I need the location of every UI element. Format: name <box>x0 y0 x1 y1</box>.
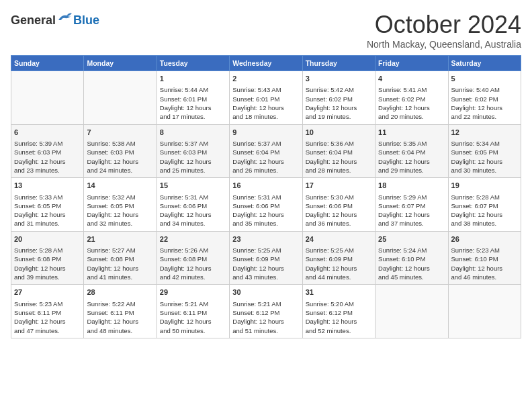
day-number: 14 <box>87 181 153 191</box>
day-info: Sunrise: 5:39 AM Sunset: 6:03 PM Dayligh… <box>14 139 81 175</box>
day-info: Sunrise: 5:41 AM Sunset: 6:02 PM Dayligh… <box>378 85 445 121</box>
calendar-week-row: 20Sunrise: 5:28 AM Sunset: 6:08 PM Dayli… <box>11 231 521 285</box>
day-of-week-header: Monday <box>84 56 157 71</box>
day-number: 3 <box>306 74 372 84</box>
logo-general-text: General <box>11 13 56 28</box>
day-number: 8 <box>160 128 226 138</box>
day-number: 7 <box>87 128 153 138</box>
calendar-day-cell: 21Sunrise: 5:27 AM Sunset: 6:08 PM Dayli… <box>84 231 157 285</box>
calendar-day-cell: 23Sunrise: 5:25 AM Sunset: 6:09 PM Dayli… <box>230 231 302 285</box>
day-number: 29 <box>160 287 226 298</box>
calendar-body: 1Sunrise: 5:44 AM Sunset: 6:01 PM Daylig… <box>11 71 521 338</box>
day-number: 22 <box>160 234 226 244</box>
calendar-day-cell <box>448 285 521 338</box>
day-info: Sunrise: 5:28 AM Sunset: 6:07 PM Dayligh… <box>451 193 518 228</box>
day-number: 11 <box>378 128 445 138</box>
logo-bird-icon <box>57 11 73 24</box>
day-number: 19 <box>451 181 518 191</box>
day-number: 24 <box>306 234 372 244</box>
calendar-day-cell <box>11 71 84 125</box>
calendar-week-row: 6Sunrise: 5:39 AM Sunset: 6:03 PM Daylig… <box>11 124 521 178</box>
day-info: Sunrise: 5:25 AM Sunset: 6:09 PM Dayligh… <box>306 246 372 281</box>
logo-blue-text: Blue <box>73 13 99 28</box>
calendar-day-cell: 31Sunrise: 5:20 AM Sunset: 6:12 PM Dayli… <box>302 285 375 338</box>
day-info: Sunrise: 5:21 AM Sunset: 6:12 PM Dayligh… <box>232 300 299 335</box>
calendar-day-cell: 20Sunrise: 5:28 AM Sunset: 6:08 PM Dayli… <box>11 231 84 285</box>
calendar-day-cell: 29Sunrise: 5:21 AM Sunset: 6:11 PM Dayli… <box>157 285 229 338</box>
title-block: October 2024 North Mackay, Queensland, A… <box>367 11 521 50</box>
day-info: Sunrise: 5:27 AM Sunset: 6:08 PM Dayligh… <box>87 246 153 281</box>
day-info: Sunrise: 5:43 AM Sunset: 6:01 PM Dayligh… <box>232 85 299 121</box>
day-info: Sunrise: 5:26 AM Sunset: 6:08 PM Dayligh… <box>160 246 226 281</box>
month-title: October 2024 <box>367 11 521 39</box>
day-of-week-header: Sunday <box>11 56 84 71</box>
day-number: 21 <box>87 234 153 244</box>
day-number: 1 <box>160 74 226 84</box>
calendar-day-cell <box>375 285 448 338</box>
calendar-day-cell: 9Sunrise: 5:37 AM Sunset: 6:04 PM Daylig… <box>230 124 302 178</box>
day-info: Sunrise: 5:25 AM Sunset: 6:09 PM Dayligh… <box>232 246 299 281</box>
day-number: 27 <box>14 287 81 298</box>
day-number: 5 <box>451 74 518 84</box>
calendar-day-cell: 6Sunrise: 5:39 AM Sunset: 6:03 PM Daylig… <box>11 124 84 178</box>
day-info: Sunrise: 5:21 AM Sunset: 6:11 PM Dayligh… <box>160 300 226 335</box>
day-number: 13 <box>14 181 81 191</box>
calendar-day-cell: 14Sunrise: 5:32 AM Sunset: 6:05 PM Dayli… <box>84 178 157 232</box>
location-title: North Mackay, Queensland, Australia <box>367 39 521 50</box>
day-info: Sunrise: 5:36 AM Sunset: 6:04 PM Dayligh… <box>306 139 372 175</box>
day-info: Sunrise: 5:42 AM Sunset: 6:02 PM Dayligh… <box>306 85 372 121</box>
day-number: 25 <box>378 234 445 244</box>
day-info: Sunrise: 5:40 AM Sunset: 6:02 PM Dayligh… <box>451 85 518 121</box>
day-number: 20 <box>14 234 81 244</box>
calendar-day-cell: 15Sunrise: 5:31 AM Sunset: 6:06 PM Dayli… <box>157 178 229 232</box>
day-info: Sunrise: 5:23 AM Sunset: 6:11 PM Dayligh… <box>14 300 81 335</box>
day-of-week-header: Thursday <box>302 56 375 71</box>
calendar-day-cell: 3Sunrise: 5:42 AM Sunset: 6:02 PM Daylig… <box>302 71 375 125</box>
day-number: 6 <box>14 128 81 138</box>
day-info: Sunrise: 5:23 AM Sunset: 6:10 PM Dayligh… <box>451 246 518 281</box>
calendar-day-cell: 8Sunrise: 5:37 AM Sunset: 6:03 PM Daylig… <box>157 124 229 178</box>
day-number: 17 <box>306 181 372 191</box>
calendar-day-cell: 10Sunrise: 5:36 AM Sunset: 6:04 PM Dayli… <box>302 124 375 178</box>
calendar-week-row: 27Sunrise: 5:23 AM Sunset: 6:11 PM Dayli… <box>11 285 521 338</box>
day-number: 23 <box>232 234 299 244</box>
day-info: Sunrise: 5:20 AM Sunset: 6:12 PM Dayligh… <box>306 300 372 335</box>
day-info: Sunrise: 5:37 AM Sunset: 6:04 PM Dayligh… <box>232 139 299 175</box>
day-info: Sunrise: 5:30 AM Sunset: 6:06 PM Dayligh… <box>306 193 372 228</box>
day-number: 31 <box>306 287 372 298</box>
calendar-header-row: SundayMondayTuesdayWednesdayThursdayFrid… <box>11 56 521 71</box>
day-info: Sunrise: 5:34 AM Sunset: 6:05 PM Dayligh… <box>451 139 518 175</box>
calendar-day-cell: 26Sunrise: 5:23 AM Sunset: 6:10 PM Dayli… <box>448 231 521 285</box>
calendar-day-cell: 24Sunrise: 5:25 AM Sunset: 6:09 PM Dayli… <box>302 231 375 285</box>
calendar-day-cell: 18Sunrise: 5:29 AM Sunset: 6:07 PM Dayli… <box>375 178 448 232</box>
day-number: 4 <box>378 74 445 84</box>
day-number: 30 <box>232 287 299 298</box>
calendar-day-cell: 16Sunrise: 5:31 AM Sunset: 6:06 PM Dayli… <box>230 178 302 232</box>
day-number: 12 <box>451 128 518 138</box>
calendar-day-cell: 5Sunrise: 5:40 AM Sunset: 6:02 PM Daylig… <box>448 71 521 125</box>
calendar-day-cell: 12Sunrise: 5:34 AM Sunset: 6:05 PM Dayli… <box>448 124 521 178</box>
day-number: 28 <box>87 287 153 298</box>
calendar-day-cell: 13Sunrise: 5:33 AM Sunset: 6:05 PM Dayli… <box>11 178 84 232</box>
day-of-week-header: Friday <box>375 56 448 71</box>
calendar-day-cell: 25Sunrise: 5:24 AM Sunset: 6:10 PM Dayli… <box>375 231 448 285</box>
day-number: 9 <box>232 128 299 138</box>
calendar-week-row: 13Sunrise: 5:33 AM Sunset: 6:05 PM Dayli… <box>11 178 521 232</box>
day-number: 15 <box>160 181 226 191</box>
calendar-table: SundayMondayTuesdayWednesdayThursdayFrid… <box>11 55 521 338</box>
calendar-day-cell: 11Sunrise: 5:35 AM Sunset: 6:04 PM Dayli… <box>375 124 448 178</box>
page-header: General Blue October 2024 North Mackay, … <box>11 11 521 50</box>
calendar-day-cell: 28Sunrise: 5:22 AM Sunset: 6:11 PM Dayli… <box>84 285 157 338</box>
calendar-day-cell: 7Sunrise: 5:38 AM Sunset: 6:03 PM Daylig… <box>84 124 157 178</box>
day-info: Sunrise: 5:35 AM Sunset: 6:04 PM Dayligh… <box>378 139 445 175</box>
day-info: Sunrise: 5:28 AM Sunset: 6:08 PM Dayligh… <box>14 246 81 281</box>
day-info: Sunrise: 5:24 AM Sunset: 6:10 PM Dayligh… <box>378 246 445 281</box>
logo: General Blue <box>11 11 99 28</box>
day-info: Sunrise: 5:31 AM Sunset: 6:06 PM Dayligh… <box>160 193 226 228</box>
day-info: Sunrise: 5:38 AM Sunset: 6:03 PM Dayligh… <box>87 139 153 175</box>
calendar-day-cell: 27Sunrise: 5:23 AM Sunset: 6:11 PM Dayli… <box>11 285 84 338</box>
day-info: Sunrise: 5:44 AM Sunset: 6:01 PM Dayligh… <box>160 85 226 121</box>
day-info: Sunrise: 5:31 AM Sunset: 6:06 PM Dayligh… <box>232 193 299 228</box>
day-of-week-header: Saturday <box>448 56 521 71</box>
calendar-day-cell: 17Sunrise: 5:30 AM Sunset: 6:06 PM Dayli… <box>302 178 375 232</box>
